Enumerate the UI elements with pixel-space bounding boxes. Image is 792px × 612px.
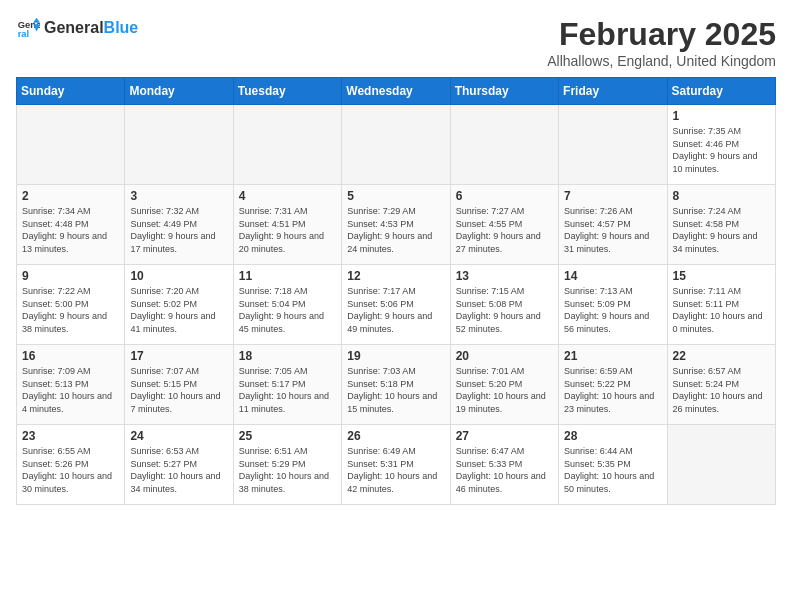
weekday-header: Friday (559, 78, 667, 105)
day-number: 20 (456, 349, 553, 363)
day-number: 23 (22, 429, 119, 443)
calendar-cell: 25Sunrise: 6:51 AMSunset: 5:29 PMDayligh… (233, 425, 341, 505)
day-info: Sunrise: 7:34 AMSunset: 4:48 PMDaylight:… (22, 205, 119, 255)
day-number: 3 (130, 189, 227, 203)
day-number: 5 (347, 189, 444, 203)
logo-icon: Gene ral (16, 16, 40, 40)
calendar-cell: 6Sunrise: 7:27 AMSunset: 4:55 PMDaylight… (450, 185, 558, 265)
calendar-cell: 28Sunrise: 6:44 AMSunset: 5:35 PMDayligh… (559, 425, 667, 505)
calendar-cell: 19Sunrise: 7:03 AMSunset: 5:18 PMDayligh… (342, 345, 450, 425)
weekday-header: Monday (125, 78, 233, 105)
day-number: 6 (456, 189, 553, 203)
day-info: Sunrise: 6:51 AMSunset: 5:29 PMDaylight:… (239, 445, 336, 495)
calendar-cell: 1Sunrise: 7:35 AMSunset: 4:46 PMDaylight… (667, 105, 775, 185)
day-number: 4 (239, 189, 336, 203)
day-info: Sunrise: 7:18 AMSunset: 5:04 PMDaylight:… (239, 285, 336, 335)
day-info: Sunrise: 7:35 AMSunset: 4:46 PMDaylight:… (673, 125, 770, 175)
day-number: 19 (347, 349, 444, 363)
day-number: 12 (347, 269, 444, 283)
logo-blue: Blue (104, 19, 139, 37)
day-number: 16 (22, 349, 119, 363)
day-number: 28 (564, 429, 661, 443)
weekday-header: Wednesday (342, 78, 450, 105)
calendar-cell: 5Sunrise: 7:29 AMSunset: 4:53 PMDaylight… (342, 185, 450, 265)
svg-text:ral: ral (18, 28, 30, 39)
calendar-cell: 2Sunrise: 7:34 AMSunset: 4:48 PMDaylight… (17, 185, 125, 265)
day-info: Sunrise: 6:57 AMSunset: 5:24 PMDaylight:… (673, 365, 770, 415)
calendar-cell (17, 105, 125, 185)
day-info: Sunrise: 7:03 AMSunset: 5:18 PMDaylight:… (347, 365, 444, 415)
day-number: 25 (239, 429, 336, 443)
title-block: February 2025 Allhallows, England, Unite… (547, 16, 776, 69)
calendar-table: SundayMondayTuesdayWednesdayThursdayFrid… (16, 77, 776, 505)
calendar-cell: 9Sunrise: 7:22 AMSunset: 5:00 PMDaylight… (17, 265, 125, 345)
day-info: Sunrise: 6:59 AMSunset: 5:22 PMDaylight:… (564, 365, 661, 415)
day-number: 7 (564, 189, 661, 203)
page-header: Gene ral GeneralBlue February 2025 Allha… (16, 16, 776, 69)
day-info: Sunrise: 7:05 AMSunset: 5:17 PMDaylight:… (239, 365, 336, 415)
day-info: Sunrise: 7:11 AMSunset: 5:11 PMDaylight:… (673, 285, 770, 335)
calendar-cell: 7Sunrise: 7:26 AMSunset: 4:57 PMDaylight… (559, 185, 667, 265)
day-info: Sunrise: 7:13 AMSunset: 5:09 PMDaylight:… (564, 285, 661, 335)
logo: Gene ral GeneralBlue (16, 16, 138, 40)
calendar-week-row: 2Sunrise: 7:34 AMSunset: 4:48 PMDaylight… (17, 185, 776, 265)
calendar-cell: 10Sunrise: 7:20 AMSunset: 5:02 PMDayligh… (125, 265, 233, 345)
day-number: 24 (130, 429, 227, 443)
day-number: 14 (564, 269, 661, 283)
day-info: Sunrise: 6:55 AMSunset: 5:26 PMDaylight:… (22, 445, 119, 495)
calendar-cell (559, 105, 667, 185)
day-info: Sunrise: 6:44 AMSunset: 5:35 PMDaylight:… (564, 445, 661, 495)
day-info: Sunrise: 7:01 AMSunset: 5:20 PMDaylight:… (456, 365, 553, 415)
calendar-cell (233, 105, 341, 185)
day-number: 26 (347, 429, 444, 443)
day-number: 13 (456, 269, 553, 283)
day-info: Sunrise: 7:20 AMSunset: 5:02 PMDaylight:… (130, 285, 227, 335)
calendar-cell: 23Sunrise: 6:55 AMSunset: 5:26 PMDayligh… (17, 425, 125, 505)
calendar-cell: 4Sunrise: 7:31 AMSunset: 4:51 PMDaylight… (233, 185, 341, 265)
day-number: 11 (239, 269, 336, 283)
day-info: Sunrise: 6:47 AMSunset: 5:33 PMDaylight:… (456, 445, 553, 495)
day-info: Sunrise: 7:27 AMSunset: 4:55 PMDaylight:… (456, 205, 553, 255)
calendar-cell: 12Sunrise: 7:17 AMSunset: 5:06 PMDayligh… (342, 265, 450, 345)
day-number: 15 (673, 269, 770, 283)
weekday-header: Saturday (667, 78, 775, 105)
calendar-week-row: 16Sunrise: 7:09 AMSunset: 5:13 PMDayligh… (17, 345, 776, 425)
day-info: Sunrise: 7:09 AMSunset: 5:13 PMDaylight:… (22, 365, 119, 415)
calendar-cell (450, 105, 558, 185)
calendar-cell: 26Sunrise: 6:49 AMSunset: 5:31 PMDayligh… (342, 425, 450, 505)
calendar-cell: 15Sunrise: 7:11 AMSunset: 5:11 PMDayligh… (667, 265, 775, 345)
day-number: 27 (456, 429, 553, 443)
calendar-cell: 20Sunrise: 7:01 AMSunset: 5:20 PMDayligh… (450, 345, 558, 425)
calendar-cell: 13Sunrise: 7:15 AMSunset: 5:08 PMDayligh… (450, 265, 558, 345)
weekday-header-row: SundayMondayTuesdayWednesdayThursdayFrid… (17, 78, 776, 105)
calendar-cell: 11Sunrise: 7:18 AMSunset: 5:04 PMDayligh… (233, 265, 341, 345)
calendar-week-row: 9Sunrise: 7:22 AMSunset: 5:00 PMDaylight… (17, 265, 776, 345)
logo-general: General (44, 19, 104, 37)
day-number: 22 (673, 349, 770, 363)
calendar-week-row: 1Sunrise: 7:35 AMSunset: 4:46 PMDaylight… (17, 105, 776, 185)
day-info: Sunrise: 7:15 AMSunset: 5:08 PMDaylight:… (456, 285, 553, 335)
weekday-header: Sunday (17, 78, 125, 105)
day-number: 17 (130, 349, 227, 363)
day-number: 1 (673, 109, 770, 123)
calendar-cell: 3Sunrise: 7:32 AMSunset: 4:49 PMDaylight… (125, 185, 233, 265)
day-info: Sunrise: 7:26 AMSunset: 4:57 PMDaylight:… (564, 205, 661, 255)
day-number: 18 (239, 349, 336, 363)
day-number: 10 (130, 269, 227, 283)
location: Allhallows, England, United Kingdom (547, 53, 776, 69)
month-title: February 2025 (547, 16, 776, 53)
day-info: Sunrise: 7:29 AMSunset: 4:53 PMDaylight:… (347, 205, 444, 255)
calendar-cell: 24Sunrise: 6:53 AMSunset: 5:27 PMDayligh… (125, 425, 233, 505)
calendar-cell: 18Sunrise: 7:05 AMSunset: 5:17 PMDayligh… (233, 345, 341, 425)
day-info: Sunrise: 7:22 AMSunset: 5:00 PMDaylight:… (22, 285, 119, 335)
day-number: 8 (673, 189, 770, 203)
calendar-week-row: 23Sunrise: 6:55 AMSunset: 5:26 PMDayligh… (17, 425, 776, 505)
calendar-cell (342, 105, 450, 185)
day-number: 21 (564, 349, 661, 363)
day-info: Sunrise: 7:07 AMSunset: 5:15 PMDaylight:… (130, 365, 227, 415)
calendar-cell (667, 425, 775, 505)
day-number: 2 (22, 189, 119, 203)
weekday-header: Tuesday (233, 78, 341, 105)
day-info: Sunrise: 7:17 AMSunset: 5:06 PMDaylight:… (347, 285, 444, 335)
calendar-cell: 21Sunrise: 6:59 AMSunset: 5:22 PMDayligh… (559, 345, 667, 425)
